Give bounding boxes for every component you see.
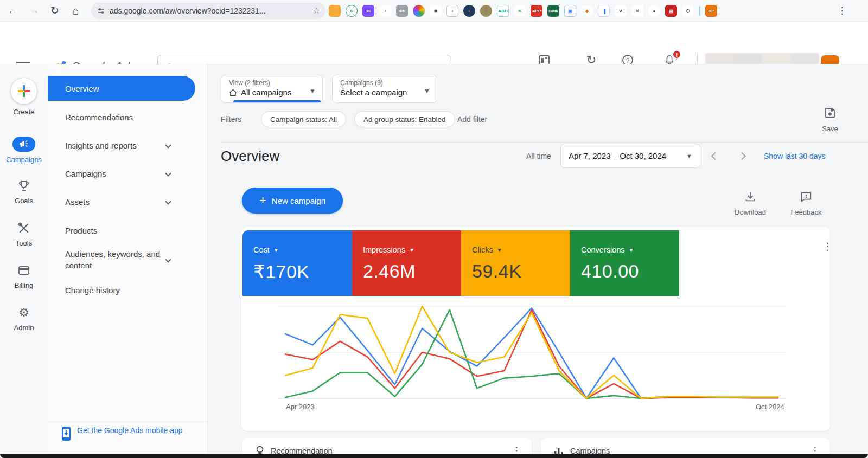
metric-caret-icon: ▼: [497, 247, 502, 253]
nav-item-audiences[interactable]: Audiences, keywords, and content: [48, 243, 195, 276]
metric-card-impressions[interactable]: Impressions▼ 2.46M: [352, 230, 461, 296]
metric-card-cost[interactable]: Cost▼ ₹170K: [242, 230, 352, 296]
metric-card-clicks[interactable]: Clicks▼ 59.4K: [461, 230, 570, 296]
color-wheel-extension[interactable]: [413, 5, 425, 17]
robot-extension[interactable]: ⌸: [631, 5, 643, 17]
filter-chip-adgroup-status[interactable]: Ad group status: Enabled: [354, 111, 455, 127]
date-range-value: Apr 7, 2023 – Oct 30, 2024: [569, 151, 686, 160]
credit-card-icon: [0, 263, 48, 278]
nav-item-overview[interactable]: Overview: [48, 76, 195, 101]
dark-circle-extension[interactable]: ●: [648, 5, 660, 17]
t-letter-extension[interactable]: T: [446, 5, 458, 17]
chip-text: Ad group status: Enabled: [363, 115, 446, 124]
section-nav: Overview Recommendations Insights and re…: [48, 64, 208, 458]
nav-item-change-history[interactable]: Change history: [48, 278, 195, 302]
url-text[interactable]: ads.google.com/aw/overview?ocid=1232231.…: [110, 7, 313, 15]
code-extension[interactable]: </>: [396, 5, 408, 17]
globe-extension[interactable]: ●: [480, 5, 492, 17]
rail-item-create[interactable]: Create: [0, 78, 48, 116]
browser-home-icon[interactable]: ⌂: [67, 0, 84, 22]
nav-label-change-history: Change history: [65, 286, 120, 295]
chevron-down-icon: [165, 142, 171, 148]
performance-line-chart: [278, 303, 786, 402]
chevron-down-icon: [165, 170, 171, 176]
kp-extension[interactable]: KP: [705, 5, 717, 17]
download-button[interactable]: Download: [729, 191, 772, 216]
panel-menu-kebab-icon[interactable]: ⋮: [810, 449, 820, 453]
feedback-button[interactable]: Feedback: [784, 191, 828, 216]
metric-label: Clicks: [472, 246, 493, 254]
purple-badge-extension[interactable]: 16: [362, 5, 374, 17]
rail-item-admin[interactable]: ⚙ Admin: [0, 306, 48, 332]
panel-menu-kebab-icon[interactable]: ⋮: [512, 449, 522, 453]
tag-extension[interactable]: ▣: [564, 5, 576, 17]
gear-icon: ⚙: [0, 306, 48, 320]
dropdown-caret-icon: ▼: [309, 87, 316, 95]
pencil-extension[interactable]: /: [379, 5, 391, 17]
show-last-30-days-link[interactable]: Show last 30 days: [764, 152, 826, 160]
nav-label-assets: Assets: [65, 197, 90, 207]
address-bar[interactable]: ads.google.com/aw/overview?ocid=1232231.…: [91, 3, 326, 19]
series-line-cost: [285, 308, 778, 398]
fox-extension[interactable]: ◆: [581, 5, 593, 17]
nav-item-recommendations[interactable]: Recommendations: [48, 105, 195, 130]
puzzle-extension[interactable]: ⬡: [682, 5, 694, 17]
rail-item-goals[interactable]: Goals: [0, 179, 48, 205]
chevron-down-icon: [165, 256, 171, 262]
rail-item-campaigns[interactable]: Campaigns: [0, 137, 48, 164]
blue-doc-extension[interactable]: ▐: [598, 5, 610, 17]
leaf-extension[interactable]: ❧: [514, 5, 526, 17]
rail-label-campaigns: Campaigns: [0, 156, 48, 164]
card-menu-kebab-icon[interactable]: ⋮: [822, 244, 833, 249]
nav-item-insights-reports[interactable]: Insights and reports: [48, 133, 195, 158]
section-divider: [221, 142, 868, 143]
page-title: Overview: [221, 148, 279, 165]
site-settings-icon[interactable]: [97, 7, 105, 15]
metric-card-conversions[interactable]: Conversions▼ 410.00: [570, 230, 679, 296]
red-notes-extension[interactable]: ▤: [665, 5, 677, 17]
rail-item-billing[interactable]: Billing: [0, 263, 48, 289]
filter-chip-campaign-status[interactable]: Campaign status: All: [261, 111, 346, 127]
download-icon: [744, 191, 756, 203]
metric-value: 2.46M: [363, 261, 461, 282]
chevron-down-icon: [165, 198, 171, 204]
view-selector[interactable]: View (2 filters) All campaigns ▼: [221, 75, 323, 103]
v-letter-extension[interactable]: V: [615, 5, 627, 17]
performance-card: Cost▼ ₹170K Impressions▼ 2.46M Clicks▼ 5…: [241, 227, 830, 431]
orange-navy-extension[interactable]: ◐: [463, 5, 475, 17]
abc-check-extension[interactable]: ABC: [497, 5, 509, 17]
app-badge-extension[interactable]: APP: [531, 5, 542, 17]
campaign-selector-label: Campaigns (9): [340, 79, 437, 87]
rail-item-tools[interactable]: Tools: [0, 221, 48, 247]
new-campaign-button[interactable]: + New campaign: [242, 188, 343, 214]
browser-forward-icon[interactable]: →: [26, 0, 42, 22]
nav-label-campaigns: Campaigns: [65, 169, 106, 178]
campaign-selector[interactable]: Campaigns (9) Select a campaign ▼: [332, 75, 437, 103]
save-icon: [824, 106, 837, 119]
phone-download-icon: [61, 426, 72, 441]
save-button[interactable]: Save: [814, 106, 846, 133]
metric-caret-icon: ▼: [409, 247, 414, 253]
date-range-selector[interactable]: Apr 7, 2023 – Oct 30, 2024 ▼: [560, 144, 700, 168]
browser-menu-kebab-icon[interactable]: ⋮: [834, 0, 850, 22]
create-plus-icon[interactable]: [11, 78, 37, 104]
add-filter-button[interactable]: Add filter: [457, 115, 487, 124]
nav-item-products[interactable]: Products: [48, 218, 195, 243]
bookmark-star-icon[interactable]: ☆: [313, 6, 320, 16]
browser-reload-icon[interactable]: ↻: [47, 0, 63, 22]
bulk-send-extension[interactable]: Bulk: [547, 5, 559, 17]
mobile-app-link-text: Get the Google Ads mobile app: [77, 426, 183, 441]
layers-extension[interactable]: ≣: [430, 5, 442, 17]
nav-item-assets[interactable]: Assets: [48, 189, 195, 214]
grammarly-extension[interactable]: G: [346, 5, 358, 17]
view-selector-label: View (2 filters): [229, 79, 322, 87]
download-label: Download: [729, 208, 772, 216]
orange-extension[interactable]: [329, 5, 341, 17]
mobile-app-link[interactable]: Get the Google Ads mobile app: [61, 426, 196, 441]
nav-item-campaigns[interactable]: Campaigns: [48, 161, 195, 186]
browser-back-icon[interactable]: ←: [4, 0, 21, 22]
app-header: Google Ads Appearance ↻ Refresh ? Help: [0, 22, 868, 64]
nav-label-overview: Overview: [65, 84, 99, 93]
series-line-conversions: [285, 310, 778, 398]
extensions-row: G16/</>≣T◐●ABC❧APPBulk▣◆▐V⌸●▤⬡KP: [329, 3, 717, 19]
